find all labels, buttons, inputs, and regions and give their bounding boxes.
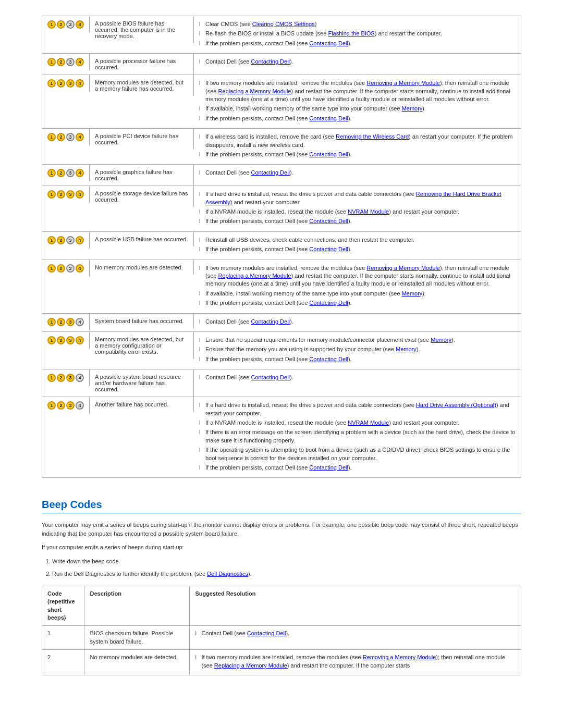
action-item: Contact Dell (see Contacting Dell). (199, 374, 516, 381)
beep-step-item: Run the Dell Diagnostics to further iden… (52, 570, 521, 578)
led-indicator: 3 (66, 374, 75, 382)
led-indicator: 4 (76, 190, 84, 199)
led-indicator: 4 (76, 79, 84, 88)
led-cell: 1234 (42, 75, 90, 92)
led-cell: 1234 (42, 369, 90, 386)
action-item: If available, install working memory of … (199, 290, 516, 298)
beep-resolution-item: If two memory modules are installed, rem… (195, 653, 516, 670)
led-indicator: 1 (47, 236, 56, 244)
led-cell: 1234 (42, 129, 90, 145)
action-item: If two memory modules are installed, rem… (199, 79, 516, 103)
action-item: If the operating system is attempting to… (199, 446, 516, 462)
led-indicator: 3 (66, 190, 75, 199)
beep-resolution-cell: If two memory modules are installed, rem… (190, 650, 521, 675)
beep-description-cell: BIOS checksum failure. Possible system b… (84, 626, 190, 650)
action-item: Ensure that no special requirements for … (199, 336, 516, 344)
led-table-row: 1234A possible processor failure has occ… (42, 53, 521, 75)
led-cell: 1234 (42, 332, 90, 349)
led-action-cell: Contact Dell (see Contacting Dell). (194, 369, 521, 387)
action-item: If there is an error message on the scre… (199, 428, 516, 445)
action-item: If two memory modules are installed, rem… (199, 264, 516, 288)
led-indicator: 3 (66, 20, 75, 29)
led-description-cell: A possible PCI device failure has occurr… (90, 129, 194, 150)
action-item: If a NVRAM module is installed, reseat t… (199, 208, 516, 216)
led-description-cell: A possible BIOS failure has occurred; th… (90, 16, 194, 43)
led-indicator: 3 (66, 264, 75, 273)
led-indicator: 2 (57, 401, 65, 410)
led-description-cell: A possible processor failure has occurre… (90, 54, 194, 75)
led-indicator: 1 (47, 336, 56, 344)
beep-table-header: Code (repetitive short beeps) (42, 586, 84, 626)
led-table-row: 1234A possible storage device failure ha… (42, 186, 521, 231)
led-indicator: 2 (57, 58, 65, 66)
beep-codes-section: Beep Codes Your computer may emit a seri… (42, 499, 521, 675)
action-item: Clear CMOS (see Clearing CMOS Settings) (199, 20, 516, 28)
led-table-row: 1234Memory modules are detected, but a m… (42, 331, 521, 369)
led-table-row: 1234Another failure has occurred.If a ha… (42, 397, 521, 478)
led-indicator: 4 (76, 374, 84, 382)
beep-description-cell: No memory modules are detected. (84, 650, 190, 675)
action-item: Reinstall all USB devices, check cable c… (199, 236, 516, 244)
led-description-cell: Another failure has occurred. (90, 397, 194, 412)
led-action-cell: If a hard drive is installed, reseat the… (194, 186, 521, 231)
led-action-cell: Contact Dell (see Contacting Dell). (194, 165, 521, 182)
action-item: If the problem persists, contact Dell (s… (199, 245, 516, 253)
led-indicator: 1 (47, 79, 56, 88)
beep-table-header: Suggested Resolution (190, 586, 521, 626)
action-item: If the problem persists, contact Dell (s… (199, 464, 516, 472)
led-description-cell: Memory modules are detected, but a memor… (90, 332, 194, 359)
action-item: If the problem persists, contact Dell (s… (199, 151, 516, 158)
led-cell: 1234 (42, 314, 90, 330)
led-cell: 1234 (42, 54, 90, 70)
led-action-cell: Reinstall all USB devices, check cable c… (194, 232, 521, 260)
action-item: If a hard drive is installed, reseat the… (199, 190, 516, 206)
led-table-row: 1234A possible system board resource and… (42, 369, 521, 397)
led-indicator: 2 (57, 264, 65, 273)
action-item: If a hard drive is installed, reseat the… (199, 401, 516, 417)
action-item: Contact Dell (see Contacting Dell). (199, 58, 516, 66)
beep-codes-title: Beep Codes (42, 499, 521, 513)
led-cell: 1234 (42, 397, 90, 414)
led-indicator: 2 (57, 318, 65, 326)
action-item: If a wireless card is installed, remove … (199, 133, 516, 149)
led-action-cell: If a hard drive is installed, reseat the… (194, 397, 521, 477)
led-action-cell: Clear CMOS (see Clearing CMOS Settings)R… (194, 16, 521, 53)
led-indicator: 1 (47, 264, 56, 273)
beep-resolution-item: Contact Dell (see Contacting Dell). (195, 630, 516, 637)
led-indicator: 4 (76, 20, 84, 29)
action-item: Ensure that the memory you are using is … (199, 346, 516, 353)
beep-table-row: 2No memory modules are detected.If two m… (42, 650, 521, 675)
action-item: If the problem persists, contact Dell (s… (199, 217, 516, 225)
led-indicator: 4 (76, 236, 84, 244)
action-item: If a NVRAM module is installed, reseat t… (199, 419, 516, 427)
led-description-cell: A possible USB failure has occurred. (90, 232, 194, 246)
led-description-cell: Memory modules are detected, but a memor… (90, 75, 194, 96)
led-description-cell: System board failure has occurred. (90, 314, 194, 328)
led-indicator: 3 (66, 58, 75, 66)
action-item: If the problem persists, contact Dell (s… (199, 355, 516, 363)
action-item: If the problem persists, contact Dell (s… (199, 115, 516, 122)
beep-if-statement: If your computer emits a series of beeps… (42, 543, 521, 552)
led-indicator: 3 (66, 318, 75, 326)
led-indicator: 4 (76, 169, 84, 177)
led-indicator: 4 (76, 58, 84, 66)
led-description-cell: A possible graphics failure has occurred… (90, 165, 194, 186)
led-table-row: 1234A possible PCI device failure has oc… (42, 128, 521, 164)
led-indicator: 4 (76, 336, 84, 344)
led-indicator: 3 (66, 336, 75, 344)
led-indicator: 3 (66, 236, 75, 244)
led-cell: 1234 (42, 260, 90, 277)
action-item: Re-flash the BIOS or install a BIOS upda… (199, 30, 516, 38)
led-indicator: 1 (47, 20, 56, 29)
beep-code-cell: 1 (42, 626, 84, 650)
led-indicator: 4 (76, 401, 84, 410)
led-description-cell: No memory modules are detected. (90, 260, 194, 275)
led-indicator: 3 (66, 133, 75, 141)
led-table-row: 1234Memory modules are detected, but a m… (42, 75, 521, 128)
led-table: 1234A possible BIOS failure has occurred… (42, 16, 521, 478)
led-action-cell: Contact Dell (see Contacting Dell). (194, 54, 521, 71)
action-item: Contact Dell (see Contacting Dell). (199, 169, 516, 177)
led-indicator: 2 (57, 336, 65, 344)
led-indicator: 2 (57, 190, 65, 199)
led-table-row: 1234A possible USB failure has occurred.… (42, 231, 521, 260)
